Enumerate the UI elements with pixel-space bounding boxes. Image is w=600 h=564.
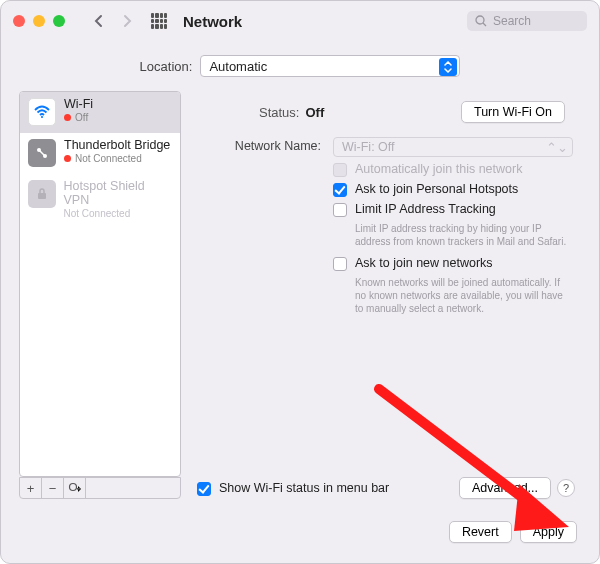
show-menu-bar-checkbox[interactable]: Show Wi-Fi status in menu bar: [197, 481, 389, 496]
add-service-button[interactable]: +: [20, 478, 42, 498]
sidebar-toolbar: + −: [19, 477, 181, 499]
apply-button[interactable]: Apply: [520, 521, 577, 543]
location-row: Location: Automatic: [1, 55, 599, 77]
sidebar-item-label: Wi-Fi: [64, 98, 93, 112]
search-input[interactable]: Search: [467, 11, 587, 31]
preferences-window: Network Search Location: Automatic: [0, 0, 600, 564]
status-dot-icon: [64, 155, 71, 162]
svg-point-2: [41, 116, 43, 118]
remove-service-button[interactable]: −: [42, 478, 64, 498]
limit-ip-input[interactable]: [333, 203, 347, 217]
sidebar-item-thunderbolt[interactable]: Thunderbolt Bridge Not Connected: [20, 133, 180, 174]
location-label: Location:: [140, 59, 193, 74]
svg-point-6: [69, 484, 76, 491]
limit-ip-help-text: Limit IP address tracking by hiding your…: [355, 222, 573, 248]
show-all-icon[interactable]: [151, 13, 167, 29]
advanced-button[interactable]: Advanced...: [459, 477, 551, 499]
service-list: Wi-Fi Off Thunderbolt Bridge Not Connect…: [19, 91, 181, 477]
sidebar-item-status: Off: [75, 112, 88, 123]
limit-ip-checkbox[interactable]: Limit IP Address Tracking: [333, 202, 573, 217]
status-label: Status:: [259, 105, 299, 120]
help-button[interactable]: ?: [557, 479, 575, 497]
bridge-icon: [28, 139, 56, 167]
chevron-up-down-icon: ⌃⌄: [546, 140, 568, 155]
svg-line-1: [483, 23, 486, 26]
limit-ip-label: Limit IP Address Tracking: [355, 202, 496, 216]
personal-hotspots-label: Ask to join Personal Hotspots: [355, 182, 518, 196]
revert-button[interactable]: Revert: [449, 521, 512, 543]
personal-hotspots-input[interactable]: [333, 183, 347, 197]
service-actions-button[interactable]: [64, 478, 86, 498]
sidebar-item-label: Hotspot Shield VPN: [64, 180, 173, 208]
main-area: Wi-Fi Off Thunderbolt Bridge Not Connect…: [1, 91, 599, 511]
auto-join-label: Automatically join this network: [355, 162, 522, 176]
footer-buttons: Revert Apply: [1, 511, 599, 543]
wifi-icon: [28, 98, 56, 126]
detail-pane: Status: Off Turn Wi-Fi On Network Name: …: [191, 91, 581, 499]
back-button[interactable]: [89, 11, 109, 31]
minimize-icon[interactable]: [33, 15, 45, 27]
titlebar: Network Search: [1, 1, 599, 41]
personal-hotspots-checkbox[interactable]: Ask to join Personal Hotspots: [333, 182, 573, 197]
svg-rect-5: [38, 193, 46, 199]
lock-icon: [28, 180, 56, 208]
sidebar-item-status: Not Connected: [75, 153, 142, 164]
ask-new-label: Ask to join new networks: [355, 256, 493, 270]
ask-new-input[interactable]: [333, 257, 347, 271]
status-row: Status: Off Turn Wi-Fi On: [191, 91, 581, 137]
show-menu-bar-label: Show Wi-Fi status in menu bar: [219, 481, 389, 495]
network-name-value: Wi-Fi: Off: [342, 140, 395, 154]
auto-join-input: [333, 163, 347, 177]
zoom-icon[interactable]: [53, 15, 65, 27]
location-select[interactable]: Automatic: [200, 55, 460, 77]
sidebar: Wi-Fi Off Thunderbolt Bridge Not Connect…: [19, 91, 181, 499]
location-value: Automatic: [209, 59, 267, 74]
auto-join-checkbox: Automatically join this network: [333, 162, 573, 177]
svg-point-0: [476, 16, 484, 24]
wifi-settings-form: Network Name: Wi-Fi: Off ⌃⌄ Automaticall…: [191, 137, 581, 331]
show-menu-bar-input[interactable]: [197, 482, 211, 496]
ask-new-checkbox[interactable]: Ask to join new networks: [333, 256, 573, 271]
close-icon[interactable]: [13, 15, 25, 27]
sidebar-item-status: Not Connected: [64, 208, 131, 219]
forward-button[interactable]: [117, 11, 137, 31]
sidebar-item-hotspot-vpn[interactable]: Hotspot Shield VPN Not Connected: [20, 174, 180, 226]
status-value: Off: [305, 105, 324, 120]
search-placeholder: Search: [493, 14, 531, 28]
sidebar-item-wifi[interactable]: Wi-Fi Off: [20, 92, 180, 133]
window-controls: [13, 15, 65, 27]
window-title: Network: [183, 13, 242, 30]
status-dot-icon: [64, 114, 71, 121]
network-name-label: Network Name:: [199, 137, 321, 153]
bottom-row: Show Wi-Fi status in menu bar Advanced..…: [191, 467, 581, 499]
turn-wifi-on-button[interactable]: Turn Wi-Fi On: [461, 101, 565, 123]
chevron-up-down-icon: [439, 58, 457, 76]
search-icon: [475, 15, 487, 27]
network-name-select: Wi-Fi: Off ⌃⌄: [333, 137, 573, 157]
sidebar-item-label: Thunderbolt Bridge: [64, 139, 170, 153]
ask-new-help-text: Known networks will be joined automatica…: [355, 276, 573, 315]
